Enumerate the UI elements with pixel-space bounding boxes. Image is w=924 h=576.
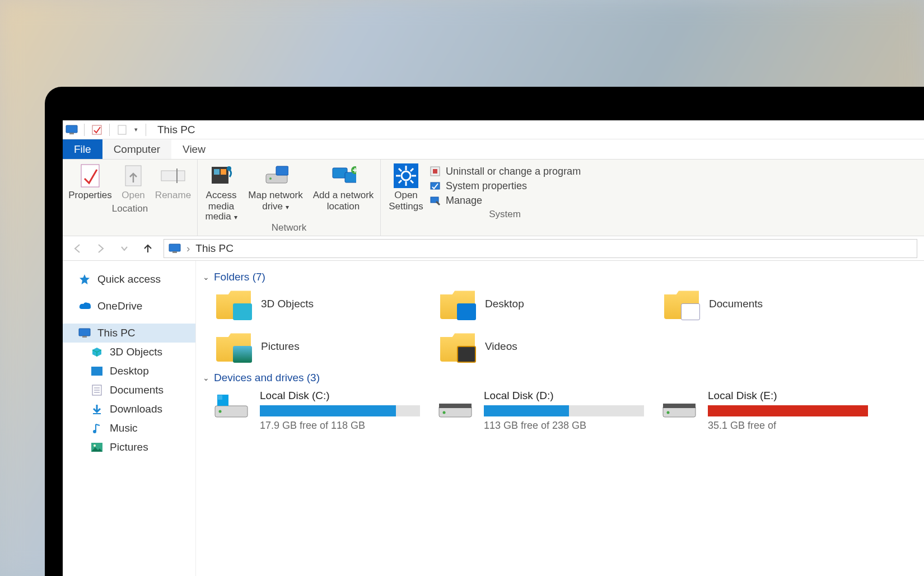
drive-c[interactable]: Local Disk (C:) 17.9 GB free of 118 GB — [212, 390, 436, 432]
sidebar-item-downloads[interactable]: Downloads — [63, 400, 195, 419]
folder-documents[interactable]: Documents — [664, 289, 888, 319]
drive-usage-bar — [484, 405, 644, 416]
folders-grid: 3D Objects Desktop Documents Pictures Vi… — [216, 289, 918, 362]
drive-d[interactable]: Local Disk (D:) 113 GB free of 238 GB — [436, 390, 660, 432]
qat-customize-icon[interactable]: ▾ — [132, 126, 140, 133]
quick-access-label: Quick access — [97, 273, 161, 285]
ribbon-tabs: File Computer View — [63, 139, 924, 160]
desktop-label: Desktop — [110, 365, 149, 377]
manage-label: Manage — [446, 195, 482, 207]
folder-label: Pictures — [261, 340, 300, 353]
up-button[interactable] — [140, 241, 156, 256]
svg-rect-53 — [663, 404, 696, 408]
rename-button[interactable]: Rename — [155, 163, 192, 201]
svg-rect-4 — [81, 165, 99, 187]
folder-label: 3D Objects — [261, 298, 314, 310]
documents-label: Documents — [110, 384, 164, 396]
svg-point-54 — [667, 411, 670, 414]
music-icon — [91, 422, 103, 434]
svg-rect-14 — [276, 166, 288, 175]
recent-locations-button[interactable] — [116, 241, 132, 256]
add-network-location-button[interactable]: Add a network location — [312, 163, 375, 220]
access-media-button[interactable]: Access media media ▾ — [203, 163, 239, 220]
navigation-pane: Quick access OneDrive This PC 3D Objects… — [63, 261, 196, 576]
this-pc-icon — [65, 124, 78, 135]
section-folders-header[interactable]: ⌄ Folders (7) — [203, 271, 918, 283]
svg-rect-34 — [79, 329, 90, 336]
tab-view[interactable]: View — [171, 139, 217, 159]
sidebar-item-this-pc[interactable]: This PC — [63, 324, 195, 343]
monitor-bezel: ▾ This PC File Computer View Properties — [45, 87, 924, 576]
forward-button[interactable] — [93, 241, 109, 256]
open-settings-button[interactable]: Open Settings — [386, 163, 426, 213]
uninstall-program-button[interactable]: Uninstall or change a program — [429, 165, 581, 177]
ribbon-group-network: Access media media ▾ Map network drive ▾… — [198, 160, 381, 236]
system-properties-label: System properties — [446, 180, 527, 192]
properties-icon — [77, 163, 103, 189]
manage-icon — [429, 194, 441, 207]
open-settings-l1: Open — [394, 190, 418, 201]
address-bar[interactable]: › This PC — [164, 239, 917, 258]
map-network-drive-button[interactable]: Map network drive ▾ — [245, 163, 306, 220]
onedrive-label: OneDrive — [97, 300, 142, 312]
manage-button[interactable]: Manage — [429, 194, 581, 207]
documents-icon — [91, 384, 103, 396]
drives-label: Devices and drives (3) — [214, 372, 320, 384]
folder-icon — [664, 289, 699, 319]
folder-label: Documents — [709, 298, 763, 310]
folder-label: Videos — [485, 340, 517, 353]
sidebar-item-onedrive[interactable]: OneDrive — [63, 297, 195, 316]
system-properties-button[interactable]: System properties — [429, 180, 581, 192]
this-pc-label: This PC — [97, 327, 136, 339]
sidebar-item-documents[interactable]: Documents — [63, 381, 195, 400]
sidebar-item-desktop[interactable]: Desktop — [63, 362, 195, 381]
window-title: This PC — [157, 124, 195, 136]
folder-label: Desktop — [485, 298, 524, 310]
svg-rect-10 — [221, 169, 226, 175]
open-button[interactable]: Open — [118, 163, 149, 201]
navigation-bar: › This PC — [63, 236, 924, 261]
titlebar-divider — [146, 124, 146, 136]
add-network-icon — [330, 163, 356, 189]
group-label-system: System — [489, 209, 521, 220]
access-media-l1: Access media — [203, 190, 239, 213]
drive-usage-bar — [260, 405, 420, 416]
svg-rect-48 — [218, 395, 222, 400]
3d-objects-label: 3D Objects — [110, 346, 162, 358]
cube-icon — [91, 346, 103, 358]
sidebar-item-quick-access[interactable]: Quick access — [63, 270, 195, 289]
titlebar-divider — [109, 124, 110, 136]
section-drives-header[interactable]: ⌄ Devices and drives (3) — [203, 372, 918, 384]
svg-rect-29 — [433, 169, 437, 174]
properties-qat-icon[interactable] — [90, 124, 104, 135]
back-button[interactable] — [69, 241, 85, 256]
drive-usage-bar — [708, 405, 868, 416]
pictures-icon — [91, 441, 103, 453]
add-loc-l2: location — [327, 201, 360, 212]
folder-icon — [216, 331, 251, 362]
drives-grid: Local Disk (C:) 17.9 GB free of 118 GB L… — [212, 390, 918, 432]
drive-e[interactable]: Local Disk (E:) 35.1 GB free of — [660, 390, 884, 432]
properties-button[interactable]: Properties — [68, 163, 112, 201]
svg-rect-2 — [92, 125, 101, 134]
open-icon — [120, 163, 146, 189]
folder-3d-objects[interactable]: 3D Objects — [216, 289, 440, 319]
qat-blank-icon[interactable] — [115, 124, 129, 135]
folder-icon — [440, 289, 475, 319]
svg-rect-3 — [118, 125, 126, 134]
breadcrumb-separator-icon[interactable]: › — [186, 242, 190, 255]
pictures-label: Pictures — [110, 441, 148, 453]
drive-name: Local Disk (E:) — [708, 390, 868, 402]
sidebar-item-music[interactable]: Music — [63, 419, 195, 438]
folder-videos[interactable]: Videos — [440, 331, 664, 362]
tab-computer[interactable]: Computer — [102, 139, 171, 159]
tab-file[interactable]: File — [63, 139, 102, 159]
file-explorer-window: ▾ This PC File Computer View Properties — [63, 120, 924, 576]
onedrive-icon — [78, 300, 91, 312]
sidebar-item-pictures[interactable]: Pictures — [63, 438, 195, 457]
properties-label: Properties — [68, 190, 111, 201]
sidebar-item-3d-objects[interactable]: 3D Objects — [63, 343, 195, 362]
breadcrumb-this-pc[interactable]: This PC — [195, 242, 234, 255]
folder-desktop[interactable]: Desktop — [440, 289, 664, 319]
folder-pictures[interactable]: Pictures — [216, 331, 440, 362]
